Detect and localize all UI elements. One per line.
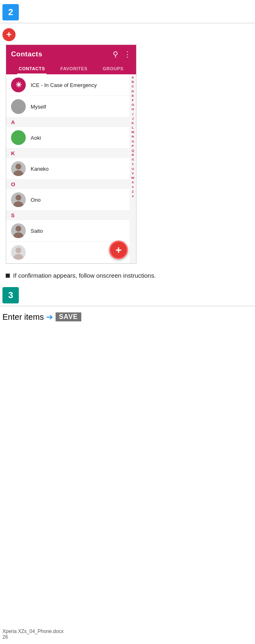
list-item[interactable]: ✳ ICE - In Case of Emergency: [6, 74, 130, 96]
bullet-text: If confirmation appears, follow onscreen…: [13, 272, 156, 279]
contact-name: ICE - In Case of Emergency: [31, 82, 97, 88]
contacts-app-title: Contacts: [11, 50, 42, 58]
alpha-m[interactable]: M: [132, 130, 134, 134]
bullet-section: If confirmation appears, follow onscreen…: [6, 272, 249, 279]
list-item[interactable]: Kaneko: [6, 158, 130, 180]
alpha-x[interactable]: X: [132, 180, 134, 185]
alpha-d[interactable]: D: [132, 89, 134, 94]
phone-screenshot: Contacts ⚲ ⋮ CONTACTS FAVORITES GROUPS ✳…: [6, 45, 136, 264]
contact-name: Myself: [31, 104, 46, 110]
alpha-i[interactable]: I: [132, 112, 133, 116]
header-icons: ⚲ ⋮: [113, 50, 131, 59]
avatar: [11, 192, 26, 207]
list-item[interactable]: Myself: [6, 96, 130, 118]
alpha-r[interactable]: R: [132, 153, 134, 157]
alpha-z[interactable]: Z: [132, 189, 134, 194]
tab-groups[interactable]: GROUPS: [101, 63, 125, 74]
alpha-w[interactable]: W: [131, 176, 134, 180]
alpha-s[interactable]: S: [132, 157, 134, 162]
avatar: [11, 223, 26, 238]
section-header-o: O: [6, 180, 130, 189]
list-item[interactable]: Ono: [6, 189, 130, 211]
step-3-section: 3 Enter items ➔ SAVE: [0, 287, 255, 322]
list-item[interactable]: Saito: [6, 220, 130, 242]
divider-2: [0, 306, 255, 306]
more-options-icon[interactable]: ⋮: [124, 50, 131, 59]
avatar: [11, 130, 26, 145]
divider-1: [0, 23, 255, 23]
alpha-a[interactable]: A: [132, 75, 134, 80]
contact-name: Saito: [31, 228, 43, 234]
alpha-e[interactable]: E: [132, 94, 134, 98]
alpha-b[interactable]: B: [132, 80, 134, 84]
avatar: [11, 99, 26, 114]
tab-favorites[interactable]: FAVORITES: [59, 63, 89, 74]
contacts-tabs: CONTACTS FAVORITES GROUPS: [11, 63, 131, 74]
section-header-a: A: [6, 118, 130, 127]
enter-items-line: Enter items ➔ SAVE: [2, 312, 253, 322]
alphabet-sidebar: A B C D E F G H I J K L M N O P Q R S T …: [130, 74, 136, 263]
arrow-icon: ➔: [46, 312, 53, 322]
avatar: [11, 161, 26, 176]
alpha-f[interactable]: F: [132, 98, 134, 103]
alpha-v[interactable]: V: [132, 171, 134, 176]
alpha-j[interactable]: J: [132, 116, 134, 121]
alpha-o[interactable]: O: [132, 139, 134, 144]
contacts-app-header: Contacts ⚲ ⋮ CONTACTS FAVORITES GROUPS: [6, 45, 136, 74]
alpha-t[interactable]: T: [132, 162, 134, 167]
contacts-list: ✳ ICE - In Case of Emergency Myself A Ao…: [6, 74, 130, 263]
bullet-item: If confirmation appears, follow onscreen…: [6, 272, 249, 279]
alpha-y[interactable]: Y: [132, 185, 134, 189]
section-header-s: S: [6, 211, 130, 220]
alpha-k[interactable]: K: [132, 121, 134, 125]
add-contact-fab[interactable]: +: [109, 241, 128, 259]
alpha-q[interactable]: Q: [132, 148, 134, 153]
alpha-u[interactable]: U: [132, 167, 134, 171]
footer-page: 26: [2, 634, 63, 640]
search-icon[interactable]: ⚲: [113, 50, 118, 59]
tab-contacts[interactable]: CONTACTS: [17, 63, 47, 74]
alpha-g[interactable]: G: [132, 103, 134, 107]
step-3-badge: 3: [2, 287, 19, 303]
footer-filename: Xperia XZs_04_Phone.docx: [2, 628, 63, 634]
alpha-l[interactable]: L: [132, 125, 134, 130]
section-header-k: K: [6, 149, 130, 158]
alpha-n[interactable]: N: [132, 134, 134, 139]
avatar: ✳: [11, 78, 26, 92]
alpha-p[interactable]: P: [132, 144, 134, 148]
list-item[interactable]: Aoki: [6, 127, 130, 149]
add-contact-button-top[interactable]: +: [2, 28, 16, 41]
bullet-icon: [6, 274, 10, 278]
contact-name: Ono: [31, 197, 41, 203]
contact-name: Aoki: [31, 135, 41, 141]
footer: Xperia XZs_04_Phone.docx 26: [2, 628, 63, 640]
contact-name: Kaneko: [31, 166, 49, 172]
alpha-h[interactable]: H: [132, 107, 134, 111]
enter-items-label: Enter items: [2, 312, 44, 322]
contacts-body: ✳ ICE - In Case of Emergency Myself A Ao…: [6, 74, 136, 263]
avatar: [11, 245, 26, 260]
alpha-hash[interactable]: #: [132, 194, 134, 198]
alpha-c[interactable]: C: [132, 84, 134, 89]
save-badge: SAVE: [56, 312, 81, 321]
step-2-badge: 2: [2, 4, 19, 20]
